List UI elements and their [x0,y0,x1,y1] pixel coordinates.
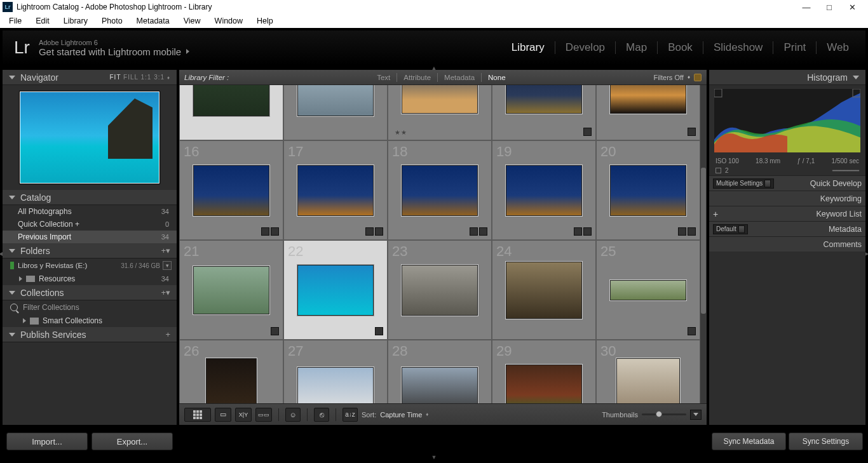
grid-cell[interactable]: 19 [492,140,596,240]
module-library[interactable]: Library [512,41,555,54]
nav-zoom-fill[interactable]: FILL [123,74,140,81]
filter-preset[interactable]: Filters Off [653,74,683,81]
checkbox-icon[interactable] [715,168,721,173]
grid-cell[interactable]: 24 [492,240,596,340]
module-develop[interactable]: Develop [566,41,616,54]
collections-header[interactable]: Collections +▾ [3,285,177,300]
painter-tool[interactable]: ⎋ [314,408,329,422]
grid-cell[interactable]: 15 [596,85,700,140]
histogram-header[interactable]: Histogram [709,70,865,85]
catalog-item[interactable]: All Photographs34 [3,205,177,218]
sync-settings-button[interactable]: Sync Settings [789,433,863,450]
metadata-header[interactable]: Default Metadata [709,221,865,236]
grid-cell[interactable]: 16 [179,140,283,240]
quick-develop-preset[interactable]: Multiple Settings [713,178,774,189]
grid-scrollbar[interactable] [700,85,707,403]
keyword-list-header[interactable]: +Keyword List [709,206,865,221]
export-button[interactable]: Export... [92,433,173,450]
grid-cell[interactable]: 13★★ [388,85,492,140]
filter-tab-metadata[interactable]: Metadata [439,72,480,83]
grid-cell[interactable]: 30 [596,340,700,403]
grid-cell[interactable]: 27 [283,340,388,403]
right-panel: Histogram ISO 100 18.3 mm ƒ / 7,1 1/500 … [709,70,865,425]
keywording-header[interactable]: Keywording [709,191,865,206]
grid-cell[interactable]: 12 [283,85,388,140]
menu-file[interactable]: File [3,15,28,27]
people-view-button[interactable]: ☺ [285,408,301,422]
menu-help[interactable]: Help [250,15,280,27]
navigator-header[interactable]: Navigator FIT FILL 1:1 3:1 ♦ [3,70,177,85]
import-button[interactable]: Import... [6,433,88,450]
quick-develop-header[interactable]: Multiple Settings Quick Develop [709,175,865,191]
menubar: FileEditLibraryPhotoMetadataViewWindowHe… [0,14,868,28]
grid-cell[interactable]: 25 [596,240,700,340]
sort-direction[interactable]: a↓z [342,408,358,422]
publish-header[interactable]: Publish Services + [3,327,177,342]
filter-tab-attribute[interactable]: Attribute [398,72,436,83]
metadata-preset[interactable]: Default [713,224,748,234]
volume-options[interactable]: ▾ [163,261,172,270]
module-book[interactable]: Book [668,41,703,54]
nav-zoom-fit[interactable]: FIT [110,74,124,81]
module-print[interactable]: Print [783,41,817,54]
publish-title: Publish Services [20,330,86,340]
histogram[interactable] [714,89,860,152]
filter-tab-none[interactable]: None [483,72,511,83]
menu-library[interactable]: Library [57,15,94,27]
grid-cell[interactable]: 26 [179,340,283,403]
module-web[interactable]: Web [827,41,853,54]
survey-view-button[interactable]: ▭▭ [255,408,272,422]
navigator-preview[interactable] [3,85,177,190]
filter-tab-text[interactable]: Text [372,72,395,83]
add-collection-button[interactable]: +▾ [161,288,170,297]
menu-photo[interactable]: Photo [95,15,129,27]
add-folder-button[interactable]: +▾ [161,246,170,255]
toolbar-menu[interactable] [690,410,702,420]
window-title: Lightroom Catalog - Adobe Photoshop Ligh… [17,3,212,11]
folders-title: Folders [20,246,50,256]
catalog-header[interactable]: Catalog [3,190,177,205]
folder-item[interactable]: Resources 34 [3,272,177,285]
loupe-view-button[interactable]: ▭ [215,408,231,422]
grid-cell[interactable]: 11 [179,85,283,140]
grid-cell[interactable]: 21 [179,240,283,340]
comments-header[interactable]: Comments [709,236,865,252]
grid-cell[interactable]: 18 [388,140,492,240]
chevron-down-icon [9,196,15,199]
grid-cell[interactable]: 17 [283,140,388,240]
folders-header[interactable]: Folders +▾ [3,243,177,258]
menu-edit[interactable]: Edit [29,15,56,27]
grid-cell[interactable]: 29 [492,340,596,403]
nav-zoom-3:1[interactable]: 3:1 [154,74,167,81]
catalog-item[interactable]: Quick Collection +0 [3,218,177,231]
grid-cell[interactable]: 22 [283,240,388,340]
mobile-link[interactable]: Get started with Lightroom mobile [39,46,189,57]
add-publish-button[interactable]: + [165,330,170,339]
grid-cell[interactable]: 14 [492,85,596,140]
compare-view-button[interactable]: X|Y [235,408,252,422]
grid-view-button[interactable] [184,408,211,422]
window-minimize[interactable]: — [802,3,811,12]
menu-view[interactable]: View [177,15,207,27]
filter-collections-input[interactable]: Filter Collections [3,300,177,314]
module-slideshow[interactable]: Slideshow [714,41,774,54]
window-maximize[interactable]: □ [825,3,834,12]
grid-cell[interactable]: 20 [596,140,700,240]
grid-cell[interactable]: 23 [388,240,492,340]
nav-zoom-1:1[interactable]: 1:1 [141,74,154,81]
chevron-down-icon [9,333,15,337]
module-map[interactable]: Map [626,41,658,54]
window-close[interactable]: ✕ [848,3,857,12]
catalog-item[interactable]: Previous Import34 [3,231,177,243]
menu-metadata[interactable]: Metadata [130,15,176,27]
lock-icon[interactable] [694,74,702,81]
grid-cell[interactable]: 28 [388,340,492,403]
thumbnail-slider[interactable] [642,413,686,415]
menu-window[interactable]: Window [208,15,249,27]
collection-item[interactable]: Smart Collections [3,314,177,327]
sync-metadata-button[interactable]: Sync Metadata [712,433,786,450]
sort-value[interactable]: Capture Time [380,411,422,419]
volume-row[interactable]: Libros y Revistas (E:) 31.6 / 346 GB ▾ [3,258,177,272]
navigator-title: Navigator [20,72,58,83]
collection-name: Smart Collections [43,316,102,325]
